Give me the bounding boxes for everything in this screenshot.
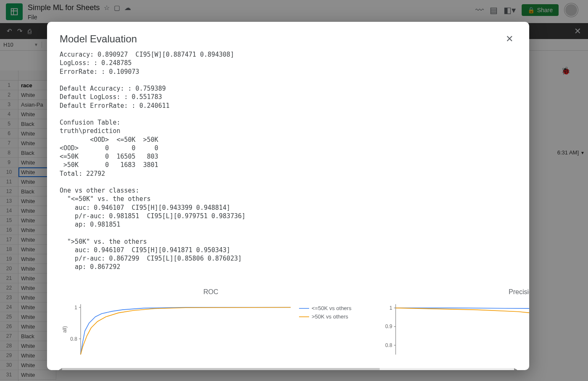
svg-text:0.8: 0.8 <box>385 342 392 348</box>
dialog-body[interactable]: Accuracy: 0.890927 CI95[W][0.887471 0.89… <box>47 50 529 370</box>
model-evaluation-dialog: Model Evaluation ✕ Accuracy: 0.890927 CI… <box>47 22 529 370</box>
svg-text:all): all) <box>62 326 68 332</box>
chart-pr: Precision R 0.80.91 <box>375 288 529 365</box>
svg-text:0.8: 0.8 <box>70 336 77 342</box>
pr-chart-svg: 0.80.91 <box>375 300 529 363</box>
chart-roc-title: ROC <box>60 288 362 296</box>
svg-text:>50K vs others: >50K vs others <box>312 313 349 320</box>
roc-chart-svg: 0.81all)<=50K vs others>50K vs others <box>60 300 362 363</box>
svg-text:<=50K vs others: <=50K vs others <box>312 305 352 311</box>
svg-text:0.9: 0.9 <box>385 324 392 329</box>
metrics-text: Accuracy: 0.890927 CI95[W][0.887471 0.89… <box>60 50 517 271</box>
svg-text:1: 1 <box>74 304 77 310</box>
charts-row: ROC 0.81all)<=50K vs others>50K vs other… <box>60 288 529 365</box>
chart-pr-title: Precision R <box>375 288 529 296</box>
svg-text:1: 1 <box>389 305 392 311</box>
chart-roc: ROC 0.81all)<=50K vs others>50K vs other… <box>60 288 362 365</box>
close-icon[interactable]: ✕ <box>502 32 517 46</box>
horizontal-scrollbar[interactable] <box>60 368 517 371</box>
dialog-title: Model Evaluation <box>60 33 137 45</box>
